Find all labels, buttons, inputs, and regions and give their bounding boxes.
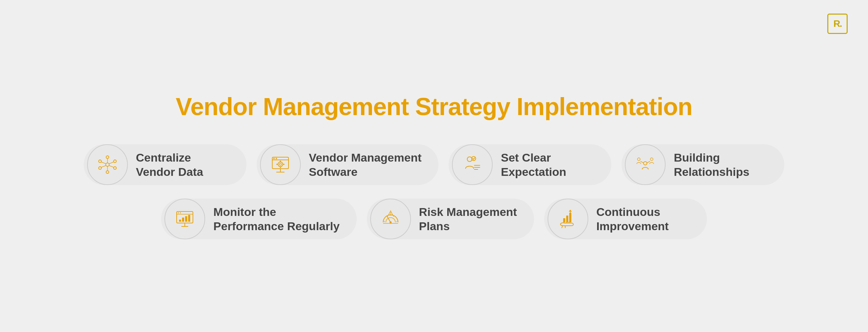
people-network-icon — [634, 154, 656, 176]
icon-circle-centralize — [87, 144, 128, 185]
network-icon — [97, 154, 118, 176]
svg-line-33 — [640, 161, 644, 163]
svg-rect-58 — [569, 213, 571, 222]
label-vendor-management-software: Vendor ManagementSoftware — [309, 150, 422, 179]
svg-rect-43 — [185, 216, 187, 222]
svg-rect-41 — [179, 220, 181, 222]
card-set-clear-expectation: Set ClearExpectation — [449, 144, 611, 185]
svg-point-4 — [106, 171, 109, 173]
card-centralize-vendor-data: CentralizeVendor Data — [84, 144, 246, 185]
gauge-warning-icon — [380, 208, 401, 230]
icon-circle-improvement — [548, 199, 588, 239]
svg-line-9 — [109, 166, 114, 168]
svg-point-6 — [99, 160, 101, 163]
svg-point-38 — [180, 213, 181, 214]
svg-rect-56 — [563, 218, 565, 222]
label-monitor-performance: Monitor thePerformance Regularly — [213, 205, 339, 234]
svg-rect-23 — [276, 164, 278, 165]
svg-point-25 — [467, 157, 472, 162]
label-risk-management: Risk ManagementPlans — [419, 205, 517, 234]
page-wrapper: R. Vendor Management Strategy Implementa… — [0, 0, 868, 332]
monitor-gear-icon — [270, 154, 291, 176]
svg-point-2 — [114, 160, 116, 163]
svg-point-32 — [650, 158, 653, 161]
icon-circle-software — [260, 144, 301, 185]
icon-circle-relationships — [625, 144, 666, 185]
row-1: CentralizeVendor Data — [84, 144, 785, 185]
page-title: Vendor Management Strategy Implementatio… — [176, 93, 692, 121]
svg-point-3 — [114, 167, 116, 169]
svg-point-5 — [99, 167, 101, 169]
content-rows: CentralizeVendor Data — [84, 144, 785, 239]
svg-line-45 — [384, 221, 385, 222]
logo-badge: R. — [827, 14, 848, 34]
svg-rect-44 — [188, 215, 190, 222]
svg-point-31 — [637, 158, 640, 161]
svg-rect-22 — [280, 167, 281, 168]
svg-point-19 — [278, 162, 283, 167]
svg-point-51 — [390, 221, 392, 223]
svg-point-1 — [106, 156, 109, 159]
card-building-relationships: BuildingRelationships — [622, 144, 784, 185]
svg-point-15 — [273, 158, 275, 159]
svg-point-20 — [279, 163, 281, 165]
svg-line-34 — [647, 161, 650, 163]
card-vendor-management-software: Vendor ManagementSoftware — [257, 144, 439, 185]
svg-line-62 — [562, 226, 563, 228]
hand-chart-icon — [557, 208, 579, 230]
monitor-chart-icon — [174, 208, 196, 230]
card-continuous-improvement: ContinuousImprovement — [544, 199, 707, 239]
icon-circle-expectation — [452, 144, 493, 185]
svg-point-16 — [276, 158, 277, 159]
svg-point-0 — [106, 163, 109, 166]
svg-point-37 — [178, 213, 179, 214]
label-set-clear-expectation: Set ClearExpectation — [501, 150, 566, 179]
svg-line-11 — [101, 166, 106, 168]
card-risk-management: Risk ManagementPlans — [367, 199, 534, 239]
icon-circle-risk — [370, 199, 411, 239]
row-2: Monitor thePerformance Regularly — [161, 199, 707, 239]
label-centralize-vendor-data: CentralizeVendor Data — [136, 150, 203, 179]
label-building-relationships: BuildingRelationships — [674, 150, 749, 179]
svg-rect-57 — [566, 216, 568, 222]
svg-rect-24 — [283, 164, 284, 165]
svg-line-8 — [109, 162, 114, 164]
svg-point-54 — [390, 214, 391, 215]
svg-point-30 — [644, 162, 647, 165]
svg-rect-42 — [182, 218, 184, 222]
svg-point-26 — [472, 156, 476, 161]
label-continuous-improvement: ContinuousImprovement — [596, 205, 669, 234]
svg-line-49 — [396, 221, 397, 222]
svg-line-12 — [101, 162, 106, 164]
icon-circle-monitor — [164, 199, 205, 239]
svg-rect-21 — [280, 161, 281, 162]
card-monitor-performance: Monitor thePerformance Regularly — [161, 199, 356, 239]
person-chart-icon — [461, 154, 483, 176]
